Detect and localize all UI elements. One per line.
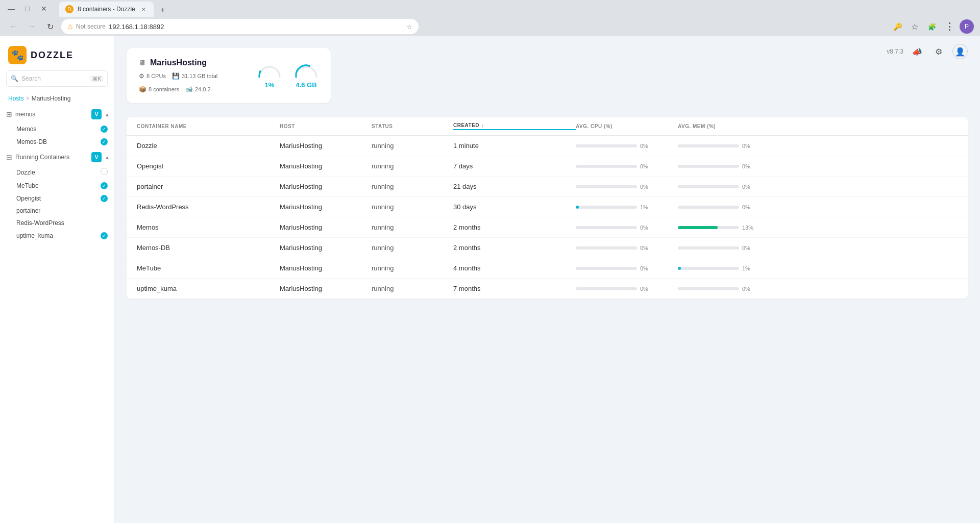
cpu-progress-bar bbox=[576, 185, 637, 188]
logo-text: DOZZLE bbox=[31, 50, 74, 61]
memory-icon: 💾 bbox=[172, 72, 180, 80]
stack-icon: ⊞ bbox=[6, 110, 12, 118]
forward-button[interactable]: → bbox=[24, 19, 39, 34]
td-host: MariusHosting bbox=[280, 285, 372, 292]
browser-window-controls: — □ ✕ bbox=[4, 2, 51, 16]
td-status: running bbox=[372, 183, 453, 190]
td-name: Memos bbox=[137, 223, 280, 231]
address-text: 192.168.1.18:8892 bbox=[109, 23, 403, 31]
server-icon: 🖥 bbox=[139, 59, 146, 67]
table-row[interactable]: Dozzle MariusHosting running 1 minute 0%… bbox=[127, 136, 968, 156]
new-tab-button[interactable]: + bbox=[156, 3, 170, 17]
active-tab[interactable]: D 8 containers - Dozzle ✕ bbox=[59, 2, 154, 17]
user-profile-button[interactable]: 👤 bbox=[952, 44, 968, 59]
cpu-pct-label: 0% bbox=[640, 286, 652, 292]
host-containers: 📦 8 containers bbox=[139, 86, 179, 93]
sidebar-item-metube[interactable]: MeTube ✓ bbox=[0, 179, 114, 192]
td-cpu: 0% bbox=[576, 245, 678, 251]
mem-progress-bar bbox=[678, 267, 739, 270]
browser-toolbar-right: 🔑 ☆ 🧩 ⋮ P bbox=[890, 19, 974, 34]
cpu-pct-label: 0% bbox=[640, 245, 652, 251]
sidebar-item-redis-wordpress[interactable]: Redis-WordPress bbox=[0, 217, 114, 229]
mem-pct-label: 0% bbox=[742, 204, 754, 210]
check-icon-metube: ✓ bbox=[101, 182, 108, 189]
breadcrumb-hosts[interactable]: Hosts bbox=[8, 95, 24, 102]
sidebar-item-dozzle[interactable]: Dozzle bbox=[0, 165, 114, 179]
td-status: running bbox=[372, 142, 453, 150]
sidebar-logo: 🐾 DOZZLE bbox=[0, 36, 114, 70]
sidebar-item-memos[interactable]: Memos ✓ bbox=[0, 122, 114, 135]
svg-point-1 bbox=[308, 65, 310, 67]
cpu-gauge-value: 1% bbox=[265, 81, 275, 89]
star-icon[interactable]: ☆ bbox=[406, 23, 412, 31]
notifications-button[interactable]: 📣 bbox=[910, 44, 925, 59]
sidebar-item-portainer[interactable]: portainer bbox=[0, 205, 114, 217]
td-host: MariusHosting bbox=[280, 183, 372, 190]
settings-button[interactable]: ⚙ bbox=[931, 44, 946, 59]
host-meta: ⚙ 8 CPUs 💾 31.13 GB total 📦 8 containers… bbox=[139, 72, 241, 93]
chevron-up-icon: ▲ bbox=[105, 112, 110, 117]
item-label-metube: MeTube bbox=[16, 182, 39, 189]
refresh-button[interactable]: ↻ bbox=[43, 19, 57, 34]
section-label-memos: memos bbox=[15, 111, 88, 118]
table-row[interactable]: MeTube MariusHosting running 4 months 0%… bbox=[127, 258, 968, 279]
cpu-progress-bar bbox=[576, 206, 637, 209]
minimize-button[interactable]: — bbox=[4, 2, 18, 16]
address-bar-row: ← → ↻ ⚠ Not secure 192.168.1.18:8892 ☆ 🔑… bbox=[0, 17, 980, 36]
table-row[interactable]: uptime_kuma MariusHosting running 7 mont… bbox=[127, 279, 968, 298]
main-content: v8.7.3 📣 ⚙ 👤 🖥 MariusHosting ⚙ 8 CPUs 💾 bbox=[114, 36, 980, 523]
cpu-progress-bar bbox=[576, 165, 637, 168]
td-cpu: 0% bbox=[576, 265, 678, 271]
search-shortcut: ⌘K bbox=[90, 76, 103, 82]
table-row[interactable]: portainer MariusHosting running 21 days … bbox=[127, 177, 968, 197]
app-container: 🐾 DOZZLE 🔍 Search ⌘K Hosts > MariusHosti… bbox=[0, 36, 980, 523]
address-field[interactable]: ⚠ Not secure 192.168.1.18:8892 ☆ bbox=[61, 19, 419, 34]
th-container-name: CONTAINER NAME bbox=[137, 122, 280, 130]
containers-icon: ⊟ bbox=[6, 153, 12, 161]
table-row[interactable]: Redis-WordPress MariusHosting running 30… bbox=[127, 197, 968, 217]
sidebar-section-running: ⊟ Running Containers V ▲ Dozzle MeTube ✓… bbox=[0, 149, 114, 242]
cpu-gauge-svg bbox=[257, 63, 282, 79]
key-icon[interactable]: 🔑 bbox=[890, 19, 904, 34]
mem-progress-bar bbox=[678, 165, 739, 168]
memory-total: 31.13 GB total bbox=[182, 73, 217, 79]
menu-icon[interactable]: ⋮ bbox=[942, 19, 957, 34]
sidebar-item-memosdb[interactable]: Memos-DB ✓ bbox=[0, 135, 114, 148]
sidebar-item-opengist[interactable]: Opengist ✓ bbox=[0, 192, 114, 205]
svg-point-0 bbox=[259, 70, 261, 72]
status-memos: ✓ bbox=[101, 125, 108, 133]
td-cpu: 0% bbox=[576, 286, 678, 292]
table-row[interactable]: Opengist MariusHosting running 7 days 0%… bbox=[127, 156, 968, 177]
section-header-running[interactable]: ⊟ Running Containers V ▲ bbox=[0, 149, 114, 165]
version-label: v8.7.3 bbox=[887, 48, 903, 55]
check-icon-memos: ✓ bbox=[101, 126, 108, 133]
section-header-memos[interactable]: ⊞ memos V ▲ bbox=[0, 106, 114, 122]
sidebar-search[interactable]: 🔍 Search ⌘K bbox=[6, 70, 108, 87]
status-dozzle bbox=[101, 168, 108, 177]
table-row[interactable]: Memos MariusHosting running 2 months 0% … bbox=[127, 217, 968, 238]
table-row[interactable]: Memos-DB MariusHosting running 2 months … bbox=[127, 238, 968, 258]
maximize-button[interactable]: □ bbox=[20, 2, 35, 16]
td-created: 21 days bbox=[453, 183, 576, 190]
section-badge-memos: V bbox=[91, 109, 102, 119]
section-label-running: Running Containers bbox=[15, 154, 88, 161]
sidebar-item-uptime-kuma[interactable]: uptime_kuma ✓ bbox=[0, 229, 114, 242]
td-cpu: 1% bbox=[576, 204, 678, 210]
profile-avatar[interactable]: P bbox=[960, 19, 974, 34]
mem-progress-bar bbox=[678, 226, 739, 229]
mem-progress-bar bbox=[678, 287, 739, 290]
extensions-icon[interactable]: 🧩 bbox=[925, 19, 939, 34]
th-created[interactable]: CREATED ↓ bbox=[453, 122, 576, 130]
close-button[interactable]: ✕ bbox=[37, 2, 51, 16]
td-status: running bbox=[372, 264, 453, 272]
item-label-portainer: portainer bbox=[16, 207, 40, 214]
bookmark-star-icon[interactable]: ☆ bbox=[908, 19, 922, 34]
tab-close-button[interactable]: ✕ bbox=[139, 5, 148, 13]
td-name: Opengist bbox=[137, 162, 280, 170]
mem-gauge-svg bbox=[294, 63, 318, 79]
cpu-gauge: 1% bbox=[257, 63, 282, 89]
td-name: uptime_kuma bbox=[137, 285, 280, 292]
section-badge-running: V bbox=[91, 152, 102, 162]
cpu-progress-bar bbox=[576, 246, 637, 250]
back-button[interactable]: ← bbox=[6, 19, 20, 34]
